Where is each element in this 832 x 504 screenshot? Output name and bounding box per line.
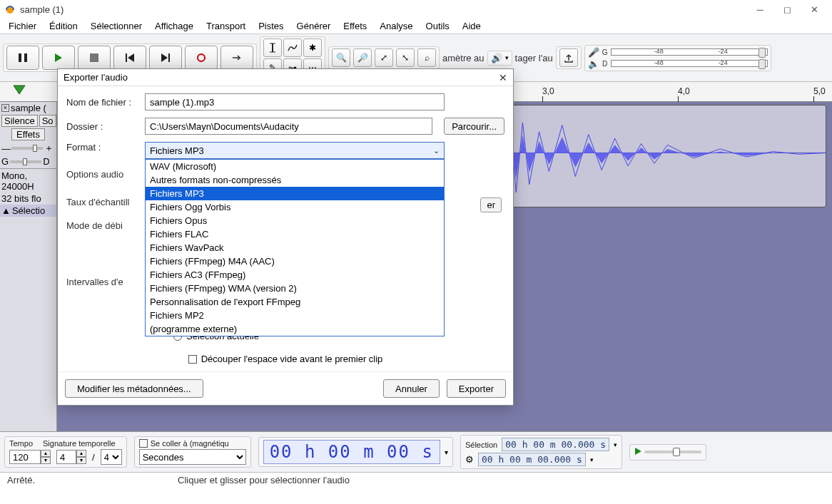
bottom-toolbar: Tempo Signature temporelle ▴▾ ▴▾ / 4 Se … xyxy=(0,431,832,472)
skip-end-button[interactable] xyxy=(149,46,182,70)
format-option[interactable]: Autres formats non-compressés xyxy=(146,173,444,187)
format-option[interactable]: Fichiers Opus xyxy=(146,214,444,227)
minimize-button[interactable]: ─ xyxy=(746,0,773,19)
maximize-button[interactable]: ◻ xyxy=(773,0,801,19)
format-option[interactable]: Fichiers MP2 xyxy=(146,309,444,322)
dialog-close-button[interactable]: ✕ xyxy=(499,72,507,83)
snap-unit-select[interactable]: Secondes xyxy=(139,449,246,465)
menu-transport[interactable]: Transport xyxy=(201,19,251,33)
format-option[interactable]: Fichiers Ogg Vorbis xyxy=(146,200,444,214)
meter-tick: -24 xyxy=(719,48,728,55)
track-pan-slider[interactable] xyxy=(10,160,41,163)
sig-den-select[interactable]: 4 xyxy=(101,449,122,465)
meter-handle-icon[interactable] xyxy=(759,48,766,58)
format-option[interactable]: Fichiers (FFmpeg) WMA (version 2) xyxy=(146,282,444,295)
zoom-in-button[interactable]: 🔍 xyxy=(332,48,350,67)
trim-checkbox[interactable] xyxy=(188,355,197,364)
pause-button[interactable] xyxy=(6,46,39,70)
timecode-dropdown-icon[interactable]: ▾ xyxy=(445,448,448,456)
envelope-tool[interactable] xyxy=(283,38,302,57)
folder-input[interactable] xyxy=(145,118,432,135)
gear-icon[interactable]: ⚙ xyxy=(465,454,474,465)
record-button[interactable] xyxy=(185,46,218,70)
snap-checkbox[interactable] xyxy=(139,439,148,448)
up-icon[interactable]: ▴ xyxy=(41,450,51,457)
menu-file[interactable]: Fichier xyxy=(3,19,42,33)
down-icon[interactable]: ▾ xyxy=(41,457,51,464)
menu-tracks[interactable]: Pistes xyxy=(253,19,289,33)
menu-help[interactable]: Aide xyxy=(457,19,487,33)
main-timecode[interactable]: 00 h 00 m 00 s xyxy=(263,440,440,464)
volume-toolbar: 🔊 ▾ xyxy=(487,51,512,66)
format-option[interactable]: (programme externe) xyxy=(146,322,444,336)
browse-button[interactable]: Parcourir... xyxy=(444,118,504,135)
loop-button[interactable] xyxy=(220,46,253,70)
rec-meter[interactable]: -48 -24 xyxy=(611,48,768,56)
edit-metadata-button[interactable]: Modifier les métadonnées... xyxy=(65,379,203,398)
meter-handle-icon[interactable] xyxy=(759,59,766,69)
ruler-mark: 4,0 xyxy=(678,86,690,96)
track-select-label[interactable]: Sélectio xyxy=(12,205,45,216)
track-silence-button[interactable]: Silence xyxy=(1,115,38,127)
selection-end[interactable]: 00 h 00 m 00.000 s xyxy=(478,453,586,466)
track-effects-button[interactable]: Effets xyxy=(11,128,45,140)
chevron-down-icon[interactable]: ▾ xyxy=(614,441,617,448)
close-window-button[interactable]: ✕ xyxy=(801,0,828,19)
vol-dropdown-icon[interactable]: ▾ xyxy=(505,54,509,61)
skip-start-button[interactable] xyxy=(113,46,146,70)
partial-button[interactable]: er xyxy=(480,197,502,212)
menu-generate[interactable]: Générer xyxy=(291,19,337,33)
format-option[interactable]: Fichiers WavPack xyxy=(146,241,444,254)
selection-start[interactable]: 00 h 00 m 00.000 s xyxy=(502,438,609,451)
meter-tick: -48 xyxy=(654,59,664,66)
menu-analyze[interactable]: Analyse xyxy=(374,19,418,33)
format-combobox[interactable]: Fichiers MP3 ⌄ xyxy=(145,142,445,159)
chevron-down-icon[interactable]: ▾ xyxy=(590,456,594,463)
play-meter[interactable]: -48 -24 xyxy=(611,60,768,67)
selection-tool[interactable] xyxy=(263,38,282,57)
menu-effect[interactable]: Effets xyxy=(338,19,372,33)
zoom-fit-sel-button[interactable]: ⤢ xyxy=(375,48,393,67)
svg-rect-2 xyxy=(24,53,27,62)
format-option[interactable]: Fichiers FLAC xyxy=(146,227,444,241)
format-option[interactable]: Fichiers AC3 (FFmpeg) xyxy=(146,268,444,282)
tempo-input[interactable] xyxy=(9,450,41,464)
play-speed-icon[interactable] xyxy=(634,447,643,458)
window-titlebar: sample (1) ─ ◻ ✕ xyxy=(0,0,832,19)
filename-input[interactable] xyxy=(145,93,445,110)
zoom-fit-button[interactable]: ⤡ xyxy=(396,48,415,67)
trim-checkbox-row[interactable]: Découper l'espace vide avant le premier … xyxy=(66,354,504,364)
snap-label: Se coller à (magnétiqu xyxy=(151,439,229,448)
track-name[interactable]: sample ( xyxy=(11,103,46,113)
up-icon[interactable]: ▴ xyxy=(76,450,86,457)
track-gain-slider[interactable] xyxy=(11,147,43,150)
sig-num-spinner[interactable]: ▴▾ xyxy=(56,450,86,464)
tempo-panel: Tempo Signature temporelle ▴▾ ▴▾ / 4 xyxy=(4,436,127,468)
play-speed-slider[interactable] xyxy=(644,451,701,453)
chevron-down-icon: ⌄ xyxy=(433,146,440,155)
track-close-button[interactable]: × xyxy=(1,104,9,112)
menu-tools[interactable]: Outils xyxy=(420,19,455,33)
sig-num-input[interactable] xyxy=(56,450,76,464)
collapse-icon[interactable]: ▲ xyxy=(1,205,11,216)
format-option[interactable]: Fichiers (FFmpeg) M4A (AAC) xyxy=(146,254,444,268)
menu-select[interactable]: Sélectionner xyxy=(85,19,148,33)
menu-view[interactable]: Affichage xyxy=(149,19,199,33)
format-option[interactable]: Fichiers MP3 xyxy=(146,187,444,200)
mic-icon[interactable]: 🎤 xyxy=(588,47,599,58)
spk-icon[interactable]: 🔈 xyxy=(588,58,599,69)
track-solo-button[interactable]: So xyxy=(39,115,56,127)
format-option[interactable]: WAV (Microsoft) xyxy=(146,160,444,173)
play-button[interactable] xyxy=(42,46,75,70)
export-button[interactable]: Exporter xyxy=(447,379,506,398)
tempo-spinner[interactable]: ▴▾ xyxy=(9,450,51,464)
share-button[interactable] xyxy=(559,48,578,67)
stop-button[interactable] xyxy=(78,46,111,70)
cancel-button[interactable]: Annuler xyxy=(383,379,440,398)
format-option[interactable]: Personnalisation de l'export FFmpeg xyxy=(146,295,444,309)
multi-tool[interactable]: ✱ xyxy=(303,38,322,57)
zoom-toggle-button[interactable]: ⌕ xyxy=(417,48,436,67)
down-icon[interactable]: ▾ xyxy=(76,457,86,464)
menu-edit[interactable]: Édition xyxy=(44,19,83,33)
zoom-out-button[interactable]: 🔎 xyxy=(353,48,372,67)
